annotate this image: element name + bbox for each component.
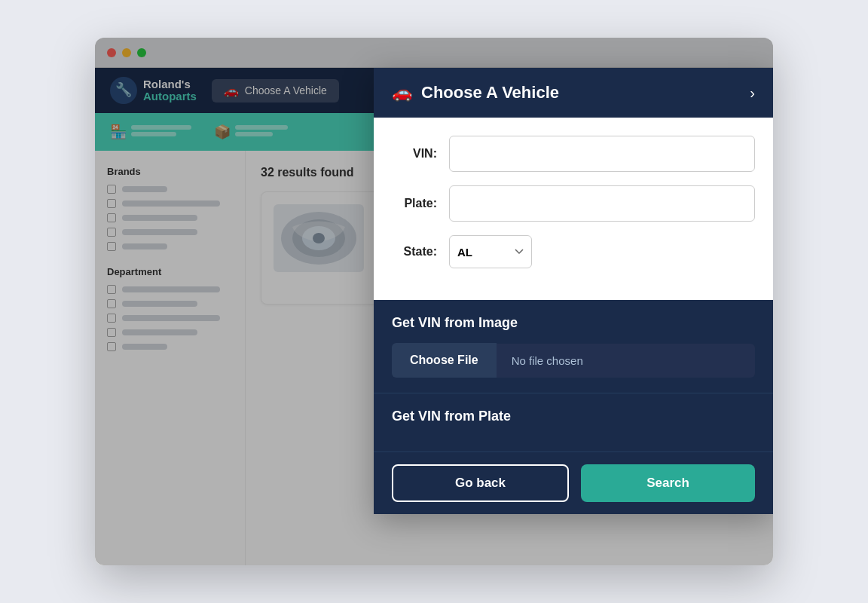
choose-file-button[interactable]: Choose File: [392, 343, 497, 378]
plate-row: Plate:: [392, 185, 755, 222]
vin-from-plate-section: Get VIN from Plate: [374, 393, 773, 451]
state-select[interactable]: AL AK AZ CA CO CT FL GA TX NY: [449, 235, 532, 268]
modal-footer: Go back Search: [374, 451, 773, 514]
search-button[interactable]: Search: [581, 464, 755, 502]
state-row: State: AL AK AZ CA CO CT FL GA TX NY: [392, 235, 755, 268]
modal-header: 🚗 Choose A Vehicle ›: [374, 68, 773, 118]
modal-chevron[interactable]: ›: [750, 84, 755, 102]
vin-input[interactable]: [449, 136, 755, 172]
vin-from-image-section: Get VIN from Image Choose File No file c…: [374, 300, 773, 393]
modal-title: Choose A Vehicle: [421, 83, 741, 103]
plate-label: Plate:: [392, 197, 437, 210]
go-back-button[interactable]: Go back: [392, 464, 569, 502]
no-file-label: No file chosen: [497, 344, 755, 378]
state-label: State:: [392, 245, 437, 259]
modal-form: VIN: Plate: State: AL AK AZ CA CO CT: [374, 118, 773, 300]
vin-label: VIN:: [392, 147, 437, 161]
vehicle-modal: 🚗 Choose A Vehicle › VIN: Plate: State: …: [374, 68, 773, 514]
vin-from-plate-title: Get VIN from Plate: [392, 409, 755, 424]
file-input-row: Choose File No file chosen: [392, 343, 755, 378]
modal-car-icon: 🚗: [392, 83, 412, 103]
modal-overlay: 🚗 Choose A Vehicle › VIN: Plate: State: …: [95, 38, 773, 565]
vin-from-image-title: Get VIN from Image: [392, 315, 755, 331]
vin-row: VIN:: [392, 136, 755, 172]
plate-input[interactable]: [449, 185, 755, 222]
browser-window: 🔧 Roland's Autoparts 🚗 Choose A Vehicle …: [95, 38, 773, 565]
